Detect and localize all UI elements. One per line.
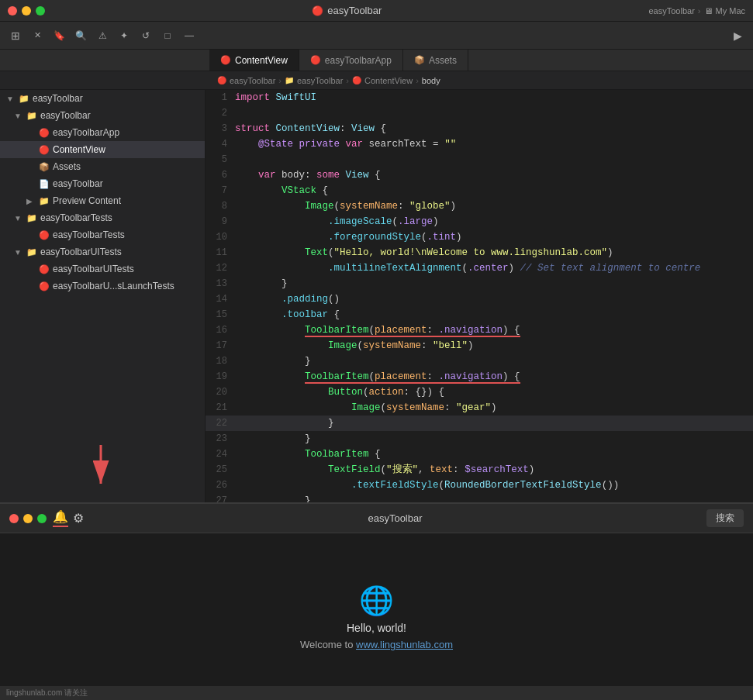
sidebar-item-root[interactable]: ▼ 📁 easyToolbar [0, 90, 205, 107]
sidebar-label-app: easyToolbarApp [53, 127, 119, 138]
gear-icon-preview[interactable]: ⚙ [73, 511, 84, 526]
line-num-8: 8 [206, 198, 235, 214]
bookmark-btn[interactable]: 🔖 [50, 26, 68, 45]
sidebar-label-uitests: easyToolbarUITests [53, 264, 134, 274]
code-line-21: 21 Image(systemName: "gear") [206, 400, 753, 416]
code-line-15: 15 .toolbar { [206, 307, 753, 322]
sidebar-item-uitests-group[interactable]: ▼ 📁 easyToolbarUITests [0, 243, 205, 260]
line-content-14: .padding() [235, 291, 753, 307]
titlebar: 🔴 easyToolbar easyToolbar › 🖥 My Mac [0, 0, 753, 22]
app-icon: 🔴 [312, 5, 323, 16]
line-content-12: .multilineTextAlignment(.center) // Set … [235, 260, 753, 276]
code-line-9: 9 .imageScale(.large) [206, 214, 753, 229]
bc-folder-icon: 📁 [285, 76, 294, 84]
line-num-13: 13 [206, 276, 235, 291]
preview-hello-text: Hello, world! [347, 622, 406, 634]
line-num-21: 21 [206, 400, 235, 416]
asset-icon-sidebar: 📦 [39, 162, 50, 172]
code-line-10: 10 .foregroundStyle(.tint) [206, 229, 753, 245]
line-content-7: VStack { [235, 183, 753, 198]
preview-maximize-btn[interactable] [37, 514, 47, 523]
search-toolbar-btn[interactable]: 🔍 [71, 26, 90, 45]
sidebar-item-launch-tests[interactable]: ▶ 🔴 easyToolbarU...sLaunchTests [0, 278, 205, 295]
sidebar-item-group[interactable]: ▼ 📁 easyToolbar [0, 107, 205, 124]
grid-view-btn[interactable]: ⊞ [6, 26, 25, 45]
folder-icon-preview: 📁 [39, 196, 50, 206]
sidebar-item-assets[interactable]: ▶ 📦 Assets [0, 158, 205, 175]
line-content-23: } [235, 431, 753, 447]
arrow-icon-preview: ▶ [26, 197, 36, 205]
line-content-19: ToolbarItem(placement: .navigation) { [235, 369, 753, 384]
line-num-23: 23 [206, 431, 235, 447]
main-toolbar: ⊞ ✕ 🔖 🔍 ⚠ ✦ ↺ □ — ▶ [0, 22, 753, 50]
code-line-7: 7 VStack { [206, 183, 753, 198]
refresh-btn[interactable]: ↺ [136, 26, 155, 45]
sidebar-item-contentview[interactable]: ▶ 🔴 ContentView [0, 141, 205, 158]
line-num-12: 12 [206, 260, 235, 276]
arrow-icon-root: ▼ [6, 95, 16, 103]
sidebar-item-toolbar-file[interactable]: ▶ 📄 easyToolbar [0, 175, 205, 192]
star-btn[interactable]: ✦ [115, 26, 133, 45]
line-content-24: ToolbarItem { [235, 447, 753, 462]
sidebar-label-tests-group: easyToolbarTests [40, 212, 112, 223]
line-num-18: 18 [206, 353, 235, 369]
line-content-16: ToolbarItem(placement: .navigation) { [235, 322, 753, 338]
square-btn[interactable]: □ [158, 26, 177, 45]
line-content-4: @State private var searchText = "" [235, 136, 753, 152]
code-line-1: 1 import SwiftUI [206, 90, 753, 105]
tab-assets[interactable]: 📦 Assets [403, 50, 468, 71]
tab-contentview[interactable]: 🔴 ContentView [209, 50, 299, 71]
code-line-20: 20 Button(action: {}) { [206, 384, 753, 400]
line-content-17: Image(systemName: "bell") [235, 338, 753, 353]
swift-icon-2: 🔴 [310, 55, 321, 65]
bell-icon-preview[interactable]: 🔔 [53, 509, 68, 527]
line-num-7: 7 [206, 183, 235, 198]
line-num-17: 17 [206, 338, 235, 353]
close-button[interactable] [8, 6, 17, 16]
mac-icon: 🖥 [704, 6, 713, 16]
bc-1: easyToolbar [230, 76, 275, 85]
tab-easytoolbarapp[interactable]: 🔴 easyToolbarApp [299, 50, 403, 71]
swift-icon-1: 🔴 [220, 55, 231, 65]
line-num-14: 14 [206, 291, 235, 307]
preview-link[interactable]: www.lingshunlab.com [356, 639, 453, 650]
dash-btn[interactable]: — [180, 26, 199, 45]
line-content-10: .foregroundStyle(.tint) [235, 229, 753, 245]
preview-minimize-btn[interactable] [23, 514, 33, 523]
folder-icon-group: 📁 [26, 111, 37, 121]
tabs-bar: 🔴 ContentView 🔴 easyToolbarApp 📦 Assets [0, 50, 753, 71]
bc-3: ContentView [364, 76, 413, 85]
line-content-13: } [235, 276, 753, 291]
sidebar-label-contentview: ContentView [53, 144, 105, 155]
line-content-21: Image(systemName: "gear") [235, 400, 753, 416]
file-breadcrumb: 🔴 easyToolbar › 📁 easyToolbar › 🔴 Conten… [0, 71, 753, 90]
maximize-button[interactable] [36, 6, 45, 16]
minimize-button[interactable] [22, 6, 31, 16]
play-btn[interactable]: ▶ [728, 26, 747, 45]
preview-search-button[interactable]: 搜索 [706, 509, 744, 527]
code-line-14: 14 .padding() [206, 291, 753, 307]
preview-traffic-lights [9, 514, 47, 523]
line-num-10: 10 [206, 229, 235, 245]
line-num-16: 16 [206, 322, 235, 338]
line-content-26: .textFieldStyle(RoundedBorderTextFieldSt… [235, 478, 753, 493]
arrow-icon-group: ▼ [14, 112, 23, 120]
sidebar-item-tests-group[interactable]: ▼ 📁 easyToolbarTests [0, 209, 205, 226]
line-content-18: } [235, 353, 753, 369]
tab-label-1: ContentView [235, 55, 288, 66]
sidebar-item-uitests[interactable]: ▶ 🔴 easyToolbarUITests [0, 260, 205, 278]
sidebar-item-tests[interactable]: ▶ 🔴 easyToolbarTests [0, 226, 205, 243]
warning-btn[interactable]: ⚠ [93, 26, 112, 45]
tab-label-2: easyToolbarApp [325, 55, 392, 66]
sidebar-item-app[interactable]: ▶ 🔴 easyToolbarApp [0, 124, 205, 141]
close-x-btn[interactable]: ✕ [28, 26, 47, 45]
preview-close-btn[interactable] [9, 514, 19, 523]
sidebar-item-preview[interactable]: ▶ 📁 Preview Content [0, 192, 205, 209]
preview-title: easyToolbar [90, 512, 700, 524]
line-content-5 [235, 152, 753, 167]
swift-icon-uitests: 🔴 [39, 264, 50, 274]
line-content-9: .imageScale(.large) [235, 214, 753, 229]
line-content-8: Image(systemName: "globe") [235, 198, 753, 214]
line-content-3: struct ContentView: View { [235, 121, 753, 136]
line-num-4: 4 [206, 136, 235, 152]
